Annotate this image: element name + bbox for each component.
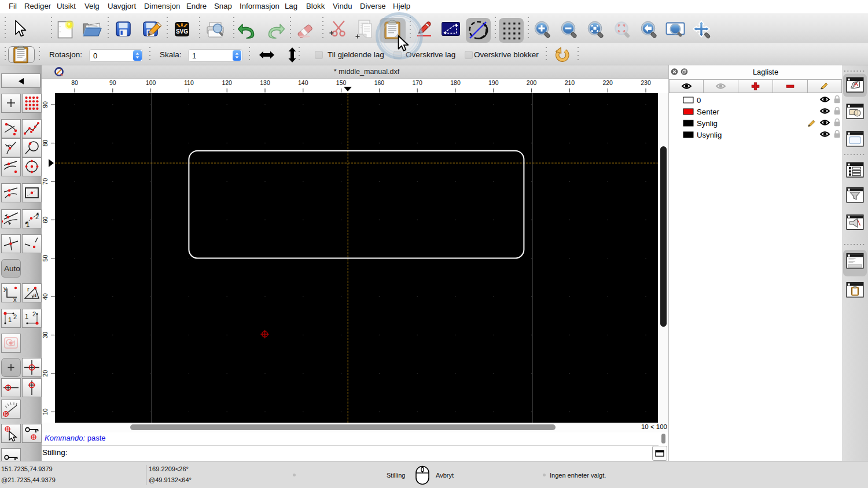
svg-text:70: 70 (42, 178, 49, 185)
svg-text:1: 1 (8, 316, 12, 323)
svg-text:210: 210 (565, 79, 575, 86)
svg-text:30: 30 (42, 331, 49, 338)
svg-text:Senter: Senter (697, 108, 719, 116)
svg-text:20: 20 (42, 370, 49, 377)
svg-text:130: 130 (260, 79, 270, 86)
svg-text:60: 60 (42, 216, 49, 223)
svg-text:40: 40 (42, 293, 49, 300)
svg-text:170: 170 (412, 79, 422, 86)
svg-text:120: 120 (222, 79, 232, 86)
svg-text:r: r (27, 286, 30, 293)
svg-text:0: 0 (697, 96, 701, 105)
svg-text:80: 80 (71, 79, 78, 86)
svg-text:140: 140 (298, 79, 308, 86)
svg-text:50: 50 (42, 255, 49, 262)
svg-text:1: 1 (26, 221, 30, 228)
svg-text:220: 220 (602, 79, 613, 86)
svg-text:230: 230 (641, 79, 651, 86)
svg-text:90: 90 (42, 101, 49, 108)
svg-text:110: 110 (184, 79, 194, 86)
svg-text:Lagliste: Lagliste (753, 68, 778, 76)
svg-text:y: y (3, 285, 7, 292)
svg-text:a: a (33, 291, 37, 298)
svg-text:150: 150 (336, 79, 347, 86)
svg-text:SVG: SVG (176, 28, 188, 35)
svg-text:x: x (13, 296, 17, 302)
svg-text:100: 100 (146, 79, 156, 86)
svg-text:2: 2 (13, 313, 17, 320)
svg-text:90: 90 (109, 79, 116, 86)
svg-text:160: 160 (374, 79, 385, 86)
svg-text:2: 2 (35, 213, 39, 220)
svg-text:10: 10 (42, 408, 49, 415)
svg-text:200: 200 (527, 79, 537, 86)
svg-text:190: 190 (488, 79, 499, 86)
svg-text:180: 180 (450, 79, 461, 86)
svg-text:80: 80 (42, 139, 49, 146)
svg-text:1: 1 (25, 313, 28, 320)
svg-text:2: 2 (32, 310, 36, 317)
svg-text:Usynlig: Usynlig (697, 131, 722, 139)
svg-text:Synlig: Synlig (697, 119, 718, 128)
